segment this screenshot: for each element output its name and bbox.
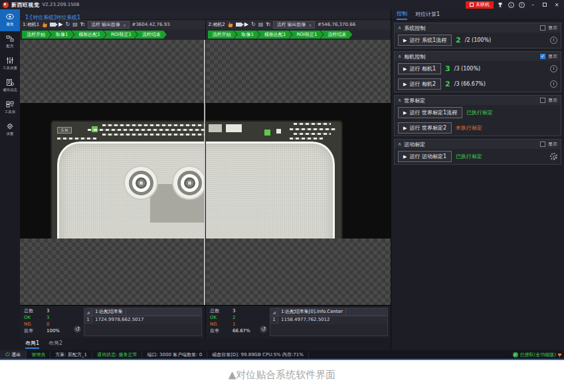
help-icon[interactable]: ? [517,1,525,9]
camera1-panel: 1:相机1 ▶ ↻ ▤ T: 流程 输出图像 ∨ #3604.42,76.93 [20,20,206,305]
table-row[interactable]: 1 1158.4977,762.5012 [270,316,387,324]
yield-value: 100% [47,328,60,334]
tab-layout2[interactable]: 布局2 [48,340,62,347]
license-trophy-icon[interactable] [496,1,504,9]
run-world-calib2-button[interactable]: ▶运行 世界标定2 [398,122,452,134]
flow-chip[interactable]: 取像1 [235,31,260,39]
refresh-icon[interactable]: ↻ [251,21,256,28]
flow-chip[interactable]: 流程开始 [208,31,237,39]
table-corner-icon: ◢ [270,308,278,316]
app-logo-icon [3,2,9,8]
tab-control[interactable]: 控制 [397,9,407,20]
text-overlay-icon[interactable]: T: [266,21,270,28]
run-camera1-button[interactable]: ▶运行 相机1 [398,63,441,74]
history-icon[interactable] [550,37,557,44]
image-icon[interactable]: ▤ [72,21,78,28]
collapse-icon[interactable]: ∧ [398,98,401,103]
flow-chip[interactable]: 取像1 [48,31,74,39]
history-icon[interactable] [550,65,557,72]
yield-value: 66.67% [233,328,250,334]
play-icon: ▶ [403,38,407,43]
camera2-cursor-coords: #546.76,370.66 [318,22,355,27]
flow-chip[interactable]: 流程结束 [320,31,352,39]
recipe-icon [6,35,14,42]
control-panel: 控制 对位计算1 ∧ 系统控制 显示 ▶运行 系统1流程 2 /2 (100%) [391,9,564,350]
sidebar-item-comm-log[interactable]: 通讯日志 [0,75,20,97]
flow-chip[interactable]: 模板匹配1 [71,31,106,39]
image-icon[interactable]: ▤ [258,21,264,28]
sidebar-item-tool-settings[interactable]: 工具设置 [0,53,20,75]
camera1-image-view[interactable]: S N [20,40,205,305]
port-clients: 端口: 3000 客户端数量: 0 [142,351,207,358]
pan-hand-icon[interactable] [42,21,47,28]
run-motion-calib1-button[interactable]: ▶运行 运动标定1 [398,151,452,162]
camera2-flow-chips: 流程开始 取像1 模板匹配1 ROI校正1 流程结束 [206,29,391,40]
run-world-calib1-button[interactable]: ▶运行 世界标定1流程 [398,107,462,118]
minimize-button[interactable]: – [528,1,537,9]
camera1-cursor-coords: #3604.42,76.93 [132,22,170,27]
run-camera2-button[interactable]: ▶运行 相机2 [398,78,441,90]
flow-chip[interactable]: ROI校正1 [289,31,323,39]
camera2-output-select[interactable]: 流程 输出图像 ∨ [273,21,315,29]
sidebar-item-vision[interactable]: 视觉 [0,9,20,31]
sidebar-item-tool-block[interactable]: 工具块 [0,97,20,119]
flow-chip[interactable]: 流程开始 [22,31,51,39]
camera1-output-select[interactable]: 流程 输出图像 ∨ [88,21,130,29]
eye-icon [6,13,14,20]
tab-layout1[interactable]: 布局1 [25,340,39,349]
collapse-icon[interactable]: ∧ [398,25,401,31]
transparency-checker [20,40,205,103]
table-header: 1:匹配结果集 [92,308,126,316]
total-value: 3 [47,308,49,314]
play-icon: ▶ [403,82,407,87]
pan-hand-icon[interactable] [228,21,233,28]
table-header: 1:匹配结果集[0].Info.Center [278,308,346,316]
current-user: 管理员 [27,351,50,358]
camera-icon[interactable] [50,21,56,28]
tab-alignment-calc[interactable]: 对位计算1 [415,11,440,18]
play-icon[interactable]: ▶ [244,21,248,28]
show-checkbox[interactable] [540,25,545,31]
show-checkbox[interactable] [540,142,545,147]
ok-value: 3 [47,314,49,321]
view-divider [204,40,205,305]
play-icon[interactable]: ▶ [58,21,62,28]
license-status: ✓ 已授权(全功能版) [513,351,564,358]
app-version: V2.23.209.1508 [43,2,80,7]
flow-chip[interactable]: 流程结束 [135,31,167,39]
ok-value: 2 [233,314,235,321]
refresh-icon[interactable]: ↻ [65,21,70,28]
comm-status: 通讯状态: 服务正常 [92,351,143,358]
play-icon: ▶ [403,154,407,159]
ng-value: 0 [47,321,49,328]
camera-icon[interactable] [236,21,242,28]
camera1-result-table: ◢ 1:匹配结果集 1 1724.9978,662.5017 [84,308,202,336]
reset-counter-icon[interactable]: ↺ [74,326,81,333]
text-overlay-icon[interactable]: T: [80,21,85,28]
sidebar-item-recipe[interactable]: 配方 [0,31,20,53]
table-row[interactable]: 1 1724.9978,662.5017 [84,316,201,324]
exit-button[interactable]: ⏻ 退出 [0,350,27,359]
flow-chip[interactable]: ROI校正1 [104,31,138,39]
section-world-calibration: ∧ 世界标定 显示 ▶运行 世界标定1流程 已执行标定 ▶运行 世界标定2 未执… [394,95,561,136]
close-button[interactable]: ✕ [552,1,561,9]
collapse-icon[interactable]: ∧ [398,142,401,147]
figure-caption: ▲对位贴合系统软件界面 [0,369,564,381]
sidebar: 视觉 配方 工具设置 通讯日志 工具块 设置 [0,9,20,350]
history-icon[interactable] [550,80,557,88]
offline-badge[interactable]: 未联机 [466,1,494,9]
show-checkbox[interactable] [540,98,545,103]
maximize-button[interactable] [540,1,549,9]
flow-chip[interactable]: 模板匹配1 [257,31,292,39]
camera2-image-view[interactable] [206,40,391,305]
recipe-name: 方案: 新配方_1 [50,351,92,358]
sidebar-item-settings[interactable]: 设置 [0,119,20,141]
info-icon[interactable]: i [507,1,515,9]
run-system1-button[interactable]: ▶运行 系统1流程 [398,35,452,46]
gear-icon [6,123,14,130]
collapse-icon[interactable]: ∧ [398,54,401,59]
reset-counter-icon[interactable]: ↺ [260,326,267,333]
show-checkbox[interactable]: ✓ [540,54,545,59]
camera1-stats: 总数3 OK3 NG0 良率100% ↺ ◢ 1:匹配结果集 1 17 [20,306,206,338]
gear-icon[interactable] [550,153,557,160]
